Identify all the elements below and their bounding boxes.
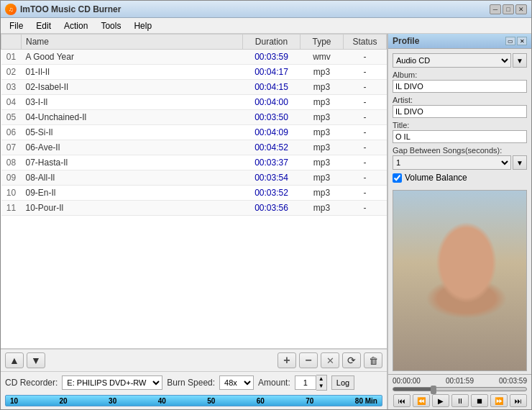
table-row[interactable]: 05 04-Unchained-Il 00:03:50 mp3 -: [1, 110, 387, 125]
spin-buttons: ▲ ▼: [316, 375, 327, 391]
cell-name: 02-Isabel-Il: [22, 80, 243, 95]
tick-10: 10: [10, 397, 18, 405]
rewind-button[interactable]: ⏪: [413, 394, 430, 407]
add-track-button[interactable]: +: [278, 352, 296, 368]
profile-title: Profile: [393, 36, 419, 46]
menu-file[interactable]: File: [4, 19, 29, 32]
cell-type: mp3: [301, 110, 344, 125]
speed-select[interactable]: 48x: [219, 375, 254, 390]
pause-button[interactable]: ⏸: [451, 394, 469, 407]
next-button[interactable]: ⏭: [510, 394, 527, 407]
profile-type-select[interactable]: Audio CD: [393, 53, 511, 68]
table-row[interactable]: 11 10-Pour-Il 00:03:56 mp3 -: [1, 201, 387, 216]
profile-close-button[interactable]: ✕: [517, 37, 527, 45]
title-field-group: Title:: [393, 121, 527, 143]
table-row[interactable]: 07 06-Ave-Il 00:04:52 mp3 -: [1, 140, 387, 155]
cell-num: 08: [1, 155, 22, 170]
amount-input[interactable]: [295, 375, 316, 390]
table-row[interactable]: 04 03-I-Il 00:04:00 mp3 -: [1, 95, 387, 110]
gap-select[interactable]: 1: [393, 155, 511, 170]
menu-edit[interactable]: Edit: [30, 19, 57, 32]
cell-type: mp3: [301, 125, 344, 140]
menu-action[interactable]: Action: [58, 19, 93, 32]
close-button[interactable]: ✕: [515, 4, 527, 14]
cell-duration: 00:03:56: [243, 201, 301, 216]
table-row[interactable]: 08 07-Hasta-Il 00:03:37 mp3 -: [1, 155, 387, 170]
col-type: Type: [301, 35, 344, 50]
col-status: Status: [344, 35, 387, 50]
table-row[interactable]: 01 A Good Year 00:03:59 wmv -: [1, 50, 387, 65]
album-input[interactable]: [393, 80, 527, 93]
app-window: ♫ ImTOO Music CD Burner ─ □ ✕ File Edit …: [0, 0, 532, 410]
title-input[interactable]: [393, 130, 527, 143]
profile-body: Audio CD ▼ Album: Artist: Title:: [388, 49, 531, 187]
cell-name: 10-Pour-Il: [22, 201, 243, 216]
seek-bar[interactable]: [393, 387, 527, 391]
col-duration: Duration: [243, 35, 301, 50]
clear-button[interactable]: ✕: [321, 352, 339, 368]
time-end: 00:03:59: [499, 377, 527, 385]
maximize-button[interactable]: □: [503, 4, 514, 14]
progress-track: 10 20 30 40 50 60 70 80 Min: [5, 395, 382, 406]
spin-down[interactable]: ▼: [316, 383, 326, 390]
title-bar: ♫ ImTOO Music CD Burner ─ □ ✕: [1, 1, 531, 18]
cell-duration: 00:04:17: [243, 65, 301, 80]
spin-up[interactable]: ▲: [316, 375, 326, 383]
table-row[interactable]: 10 09-En-Il 00:03:52 mp3 -: [1, 186, 387, 201]
profile-expand-button[interactable]: ▼: [513, 53, 527, 68]
profile-header: Profile ▭ ✕: [388, 34, 531, 49]
cell-type: mp3: [301, 170, 344, 186]
menu-help[interactable]: Help: [128, 19, 157, 32]
tick-70: 70: [306, 397, 313, 405]
cell-name: 04-Unchained-Il: [22, 110, 243, 125]
cell-duration: 00:03:37: [243, 155, 301, 170]
minimize-button[interactable]: ─: [490, 4, 501, 14]
cell-num: 07: [1, 140, 22, 155]
time-mid: 00:01:59: [446, 377, 474, 385]
remove-track-button[interactable]: −: [299, 352, 318, 368]
table-row[interactable]: 06 05-Si-Il 00:04:09 mp3 -: [1, 125, 387, 140]
volume-balance-checkbox[interactable]: [393, 173, 402, 183]
cell-type: mp3: [301, 95, 344, 110]
cell-num: 06: [1, 125, 22, 140]
col-name: Name: [22, 35, 243, 50]
menu-tools[interactable]: Tools: [95, 19, 127, 32]
progress-bar-row: 10 20 30 40 50 60 70 80 Min: [1, 393, 387, 409]
convert-button[interactable]: ⟳: [342, 352, 361, 368]
cell-status: -: [344, 50, 387, 65]
cell-name: 01-Il-Il: [22, 65, 243, 80]
cell-name: A Good Year: [22, 50, 243, 65]
app-title: ImTOO Music CD Burner: [20, 4, 121, 14]
table-row[interactable]: 09 08-All-Il 00:03:54 mp3 -: [1, 170, 387, 186]
profile-header-buttons: ▭ ✕: [505, 37, 527, 45]
artist-input[interactable]: [393, 105, 527, 118]
log-button[interactable]: Log: [331, 375, 354, 390]
trash-button[interactable]: 🗑: [364, 352, 382, 368]
forward-button[interactable]: ⏩: [490, 394, 508, 407]
prev-button[interactable]: ⏮: [393, 394, 411, 407]
stop-button[interactable]: ⏹: [471, 394, 488, 407]
move-up-button[interactable]: ▲: [5, 352, 24, 368]
play-button[interactable]: ▶: [432, 394, 449, 407]
tick-80: 80 Min: [355, 397, 377, 405]
playback-buttons: ⏮ ⏪ ▶ ⏸ ⏹ ⏩ ⏭: [393, 394, 527, 407]
recorder-select[interactable]: E: PHILIPS DVD+-RW DVD88: [62, 375, 162, 390]
profile-restore-button[interactable]: ▭: [505, 37, 515, 45]
album-art: [393, 190, 527, 371]
cell-type: mp3: [301, 65, 344, 80]
bottom-toolbar: ▲ ▼ + − ✕ ⟳ 🗑: [1, 349, 387, 371]
move-down-button[interactable]: ▼: [27, 352, 45, 368]
right-panel: Profile ▭ ✕ Audio CD ▼ Album:: [387, 34, 531, 409]
title-bar-left: ♫ ImTOO Music CD Burner: [5, 4, 121, 15]
recorder-label: CD Recorder:: [5, 378, 58, 388]
table-row[interactable]: 02 01-Il-Il 00:04:17 mp3 -: [1, 65, 387, 80]
cell-num: 04: [1, 95, 22, 110]
cell-num: 10: [1, 186, 22, 201]
tick-60: 60: [257, 397, 265, 405]
cell-status: -: [344, 80, 387, 95]
table-row[interactable]: 03 02-Isabel-Il 00:04:15 mp3 -: [1, 80, 387, 95]
cell-status: -: [344, 125, 387, 140]
seek-thumb[interactable]: [431, 386, 436, 394]
window-controls: ─ □ ✕: [490, 4, 527, 14]
gap-expand-button[interactable]: ▼: [513, 155, 527, 170]
